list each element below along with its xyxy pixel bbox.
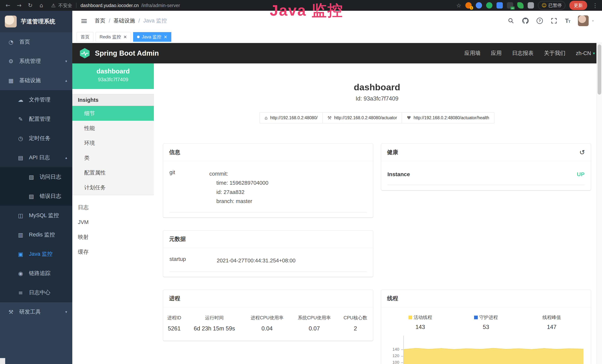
sba-item-metrics[interactable]: 性能 bbox=[72, 121, 154, 136]
process-value-cpus: 2 bbox=[338, 322, 373, 341]
url-path[interactable]: /infra/admin-server bbox=[141, 3, 180, 8]
health-heart-icon: ♥ bbox=[407, 115, 411, 120]
sidebar-toggle-icon[interactable]: ≡ bbox=[80, 16, 88, 26]
app-logo[interactable]: 芋道管理系统 bbox=[0, 11, 72, 32]
timer-icon: ◷ bbox=[17, 135, 24, 142]
close-icon[interactable]: × bbox=[123, 35, 127, 39]
sba-locale-select[interactable]: zh-CN ▾ bbox=[576, 50, 595, 56]
chrome-menu-icon[interactable]: ⋮ bbox=[592, 2, 598, 9]
instance-health-link[interactable]: ♥ http://192.168.0.2:48080/actuator/heal… bbox=[402, 112, 494, 123]
sidebar-item-tracing[interactable]: ◉ 链路追踪 bbox=[0, 264, 72, 283]
extension-icon-green[interactable] bbox=[486, 2, 493, 9]
sba-item-classes[interactable]: 类 bbox=[72, 150, 154, 165]
page-subtitle: Id: 93a3fc7f7409 bbox=[163, 95, 591, 102]
sba-item-mappings[interactable]: 映射 bbox=[72, 230, 154, 244]
github-icon[interactable] bbox=[522, 17, 529, 24]
page-title: dashboard bbox=[163, 82, 591, 92]
paused-label: 已暂停 bbox=[548, 2, 562, 8]
scrollbar-thumb[interactable] bbox=[598, 44, 601, 95]
sba-header: Spring Boot Admin 应用墙 应用 日志报表 关于我们 zh-CN… bbox=[72, 43, 602, 64]
instance-actuator-link[interactable]: ⚒ http://192.168.0.2:48080/actuator bbox=[322, 112, 402, 123]
dashboard-icon: ◔ bbox=[7, 39, 14, 45]
sba-item-scheduled-tasks[interactable]: 计划任务 bbox=[72, 180, 154, 195]
extension-icon-switch[interactable]: on bbox=[507, 2, 513, 9]
back-icon[interactable]: ← bbox=[3, 0, 13, 11]
bookmark-star-icon[interactable]: ☆ bbox=[456, 2, 461, 9]
sidebar-item-system-management[interactable]: ⚙ 系统管理 ▾ bbox=[0, 52, 72, 71]
address-bar[interactable]: ⚠ 不安全 dashboard.yudao.iocoder.cn/infra/a… bbox=[51, 2, 180, 9]
sidebar-item-infrastructure[interactable]: ▦ 基础设施 ▴ bbox=[0, 71, 72, 90]
sba-item-caches[interactable]: 缓存 bbox=[72, 244, 154, 259]
sba-nav-applications[interactable]: 应用 bbox=[491, 50, 502, 57]
sba-item-details[interactable]: 细节 bbox=[72, 106, 154, 121]
sidebar-item-java-monitor[interactable]: ▣ Java 监控 bbox=[0, 244, 72, 264]
extension-icon-orange[interactable]: 1 bbox=[465, 2, 472, 9]
history-icon[interactable]: ↺ bbox=[579, 149, 585, 156]
sidebar-item-devtools[interactable]: ⚒ 研发工具 ▾ bbox=[0, 302, 72, 321]
tab-redis-monitor[interactable]: Redis 监控 × bbox=[96, 32, 131, 42]
link-label: http://192.168.0.2:48080/actuator bbox=[334, 115, 397, 120]
forward-icon[interactable]: → bbox=[14, 0, 24, 11]
locale-label: zh-CN bbox=[576, 50, 591, 56]
instance-home-link[interactable]: ⌂ http://192.168.0.2:48080/ bbox=[259, 112, 322, 123]
font-size-icon[interactable]: TT bbox=[565, 17, 570, 24]
security-label[interactable]: 不安全 bbox=[58, 2, 72, 9]
mysql-icon: ◫ bbox=[17, 212, 24, 219]
tab-label: Java 监控 bbox=[142, 34, 161, 40]
sidebar-item-home[interactable]: ◔ 首页 bbox=[0, 32, 72, 52]
security-warning-icon[interactable]: ⚠ bbox=[51, 3, 56, 8]
legend-daemon-threads: 守护进程 53 bbox=[453, 314, 519, 331]
page-scrollbar[interactable] bbox=[596, 43, 602, 364]
help-icon[interactable]: ? bbox=[537, 18, 543, 24]
sba-brand-title: Spring Boot Admin bbox=[95, 49, 159, 57]
breadcrumb-infrastructure[interactable]: 基础设施 bbox=[114, 17, 135, 24]
tick-mark bbox=[401, 356, 403, 356]
sidebar-item-api-logs[interactable]: ▤ API 日志 ▴ bbox=[0, 148, 72, 167]
health-card-title: 健康 bbox=[387, 149, 398, 156]
error-log-icon: ▨ bbox=[28, 193, 35, 200]
admin-sidebar: 芋道管理系统 ◔ 首页 ⚙ 系统管理 ▾ ▦ 基础设施 ▴ ☁ 文件管理 ✎ bbox=[0, 11, 72, 364]
extension-icon-blue-drop[interactable] bbox=[476, 2, 482, 9]
sba-nav-journal[interactable]: 日志报表 bbox=[512, 50, 534, 57]
tick-mark bbox=[401, 363, 403, 363]
ytick-140: 140 bbox=[387, 347, 399, 352]
instance-selector[interactable]: dashboard 93a3fc7f7409 bbox=[72, 64, 154, 89]
sidebar-item-mysql-monitor[interactable]: ◫ MySQL 监控 bbox=[0, 206, 72, 225]
sidebar-item-error-logs[interactable]: ▨ 错误日志 bbox=[0, 187, 72, 206]
sba-item-jvm[interactable]: JVM bbox=[72, 215, 154, 230]
extension-icon-leaf[interactable] bbox=[517, 2, 524, 9]
home-icon[interactable]: ⌂ bbox=[36, 0, 46, 11]
breadcrumb-home[interactable]: 首页 bbox=[95, 17, 106, 24]
menu-label: 基础设施 bbox=[19, 77, 41, 84]
chevron-down-icon[interactable]: ▾ bbox=[592, 19, 594, 23]
metadata-key: startup bbox=[170, 256, 217, 265]
chrome-update-button[interactable]: 更新 bbox=[569, 1, 587, 10]
extension-icon-grid[interactable] bbox=[496, 2, 503, 9]
sidebar-item-access-logs[interactable]: ▧ 访问日志 bbox=[0, 167, 72, 187]
search-icon[interactable] bbox=[508, 17, 514, 24]
sba-item-logs[interactable]: 日志 bbox=[72, 200, 154, 215]
sba-nav-wallboard[interactable]: 应用墙 bbox=[464, 50, 481, 57]
menu-label: MySQL 监控 bbox=[29, 212, 59, 219]
sidebar-item-log-center[interactable]: ≡ 日志中心 bbox=[0, 283, 72, 302]
extensions-puzzle-icon[interactable] bbox=[528, 2, 534, 9]
refresh-icon[interactable]: ↻ bbox=[25, 0, 35, 11]
url-host[interactable]: dashboard.yudao.iocoder.cn bbox=[80, 3, 139, 8]
tab-home[interactable]: 首页 bbox=[77, 32, 93, 42]
fullscreen-icon[interactable] bbox=[551, 17, 557, 24]
user-avatar[interactable] bbox=[578, 15, 589, 26]
sidebar-item-config-management[interactable]: ✎ 配置管理 bbox=[0, 109, 72, 129]
cards-grid: 信息 git commit: time: 1596289704000 id: 2… bbox=[163, 144, 591, 364]
sba-nav-about[interactable]: 关于我们 bbox=[544, 50, 566, 57]
edit-icon: ✎ bbox=[17, 116, 24, 122]
sba-item-configprops[interactable]: 配置属性 bbox=[72, 165, 154, 180]
tab-java-monitor[interactable]: Java 监控 × bbox=[133, 32, 171, 42]
close-icon[interactable]: × bbox=[164, 35, 167, 39]
sidebar-item-scheduled-jobs[interactable]: ◷ 定时任务 bbox=[0, 129, 72, 148]
sidebar-scroll-artifact bbox=[0, 358, 5, 364]
sba-item-environment[interactable]: 环境 bbox=[72, 136, 154, 150]
sidebar-item-redis-monitor[interactable]: ▥ Redis 监控 bbox=[0, 225, 72, 244]
profile-paused-badge[interactable]: ☺ 已暂停 bbox=[538, 1, 565, 10]
legend-peak-threads: 线程峰值 147 bbox=[519, 314, 585, 331]
sidebar-item-file-management[interactable]: ☁ 文件管理 bbox=[0, 90, 72, 109]
